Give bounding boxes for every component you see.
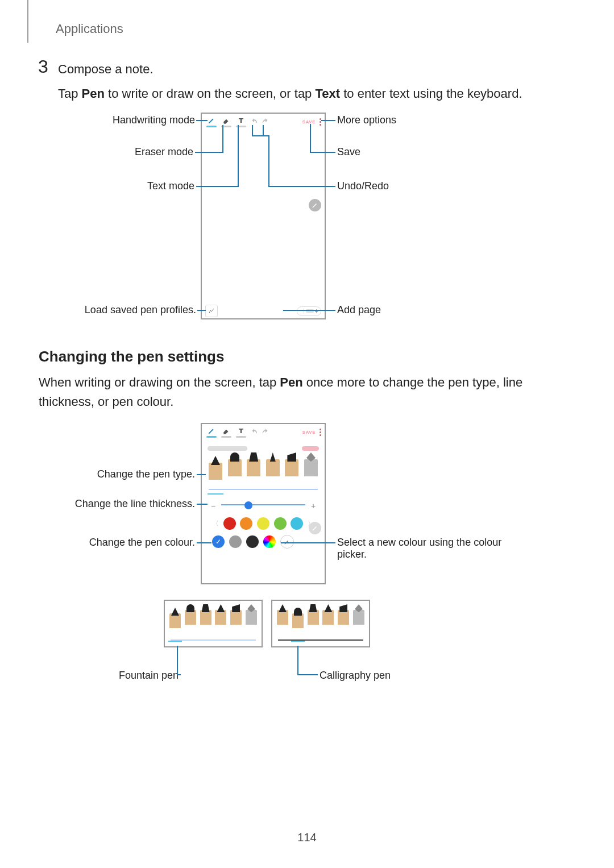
floating-pen-icon — [309, 199, 321, 211]
redo-icon — [260, 114, 271, 129]
callout-add-page: Add page — [337, 304, 381, 316]
pen-type-marker-icon — [285, 459, 298, 488]
floating-pen-icon — [309, 522, 321, 534]
step-body: Tap Pen to write or draw on the screen, … — [58, 84, 553, 103]
callout-pen-type: Change the pen type. — [93, 468, 195, 480]
add-page-icon: + — [315, 308, 318, 314]
callout-handwriting-mode: Handwriting mode — [104, 114, 195, 126]
pen-mode-icon — [204, 425, 219, 439]
subsection-body: When writing or drawing on the screen, t… — [39, 373, 562, 412]
editor-footer: 〈+ — [202, 304, 325, 318]
pen-mode-icon — [204, 114, 219, 129]
colour-swatch — [257, 517, 269, 530]
colour-swatch — [229, 535, 242, 548]
callout-colour-picker: Select a new colour using the colour pic… — [337, 537, 508, 560]
plus-icon: + — [310, 501, 317, 510]
pen-type-pencil-icon — [266, 459, 280, 488]
callout-pen-profiles: Load saved pen profiles. — [77, 304, 196, 316]
text-mode-icon — [234, 425, 248, 439]
editor-toolbar: SAVE — [202, 424, 325, 440]
more-options-icon — [317, 114, 325, 129]
colour-swatch — [246, 535, 259, 548]
pen-type-highlighter-icon — [304, 459, 318, 488]
page-number: 114 — [0, 831, 614, 844]
pen-type-row — [209, 455, 318, 488]
save-button: SAVE — [301, 114, 317, 129]
save-button: SAVE — [301, 425, 317, 439]
pen-profiles-icon — [205, 305, 218, 317]
pen-colour-row-2: ✓ — [212, 534, 314, 549]
callout-text-mode: Text mode — [140, 180, 194, 192]
section-rule — [27, 0, 28, 43]
colour-swatch — [274, 517, 287, 530]
colour-swatch — [223, 517, 236, 530]
fountain-pen-thumbnail — [164, 600, 263, 647]
colour-swatch — [240, 517, 252, 530]
step-title: Compose a note. — [58, 62, 154, 77]
callout-line-thickness: Change the line thickness. — [64, 498, 195, 510]
undo-icon — [248, 114, 260, 129]
line-thickness-slider: − + — [210, 499, 317, 513]
colour-spectrum-icon — [263, 535, 276, 548]
eraser-mode-icon — [219, 114, 234, 129]
calligraphy-pen-thumbnail — [271, 600, 370, 647]
section-header: Applications — [56, 22, 123, 36]
eraser-mode-icon — [219, 425, 234, 439]
text-mode-icon — [234, 114, 248, 129]
callout-pen-colour: Change the pen colour. — [87, 537, 195, 549]
step-number: 3 — [38, 56, 48, 77]
colour-swatch-selected: ✓ — [212, 535, 225, 548]
pen-colour-row-1: 〈 〉 — [212, 516, 314, 531]
colour-picker-icon — [280, 535, 294, 549]
minus-icon: − — [210, 501, 217, 510]
chevron-left-icon: 〈 — [212, 519, 219, 529]
callout-more-options: More options — [337, 114, 396, 126]
pen-type-pen-icon — [247, 459, 260, 488]
undo-icon — [248, 425, 260, 439]
callout-calligraphy-pen: Calligraphy pen — [320, 670, 391, 682]
note-editor-screenshot: SAVE 〈+ — [201, 113, 326, 319]
callout-save: Save — [337, 146, 360, 158]
callout-eraser-mode: Eraser mode — [131, 146, 193, 158]
page-navigator: 〈+ — [297, 306, 321, 316]
callout-fountain-pen: Fountain pen — [116, 670, 179, 682]
redo-icon — [260, 425, 271, 439]
colour-swatch — [291, 517, 303, 530]
more-options-icon — [317, 425, 325, 439]
pen-settings-screenshot: SAVE − + 〈 〉 ✓ — [201, 423, 326, 584]
pen-type-calligraphy-icon — [228, 459, 242, 488]
pen-settings-panel-header — [208, 443, 319, 454]
callout-undo-redo: Undo/Redo — [337, 180, 389, 192]
subsection-heading: Changing the pen settings — [39, 348, 224, 366]
pen-type-fountain-icon — [209, 463, 222, 491]
